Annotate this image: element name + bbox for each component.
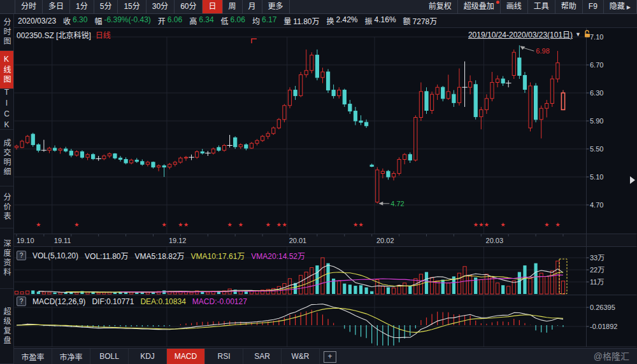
- field-value: 6.06: [168, 15, 182, 26]
- symbol-title: 002350.SZ [北京科锐]: [17, 29, 91, 40]
- svg-text:20.03: 20.03: [486, 237, 504, 244]
- expand-handle-icon[interactable]: [630, 176, 635, 184]
- svg-text:★: ★: [238, 221, 243, 228]
- svg-text:7.10: 7.10: [590, 33, 603, 41]
- svg-text:★: ★: [183, 221, 189, 228]
- toolbar-menu-超级叠加[interactable]: 超级叠加: [458, 0, 501, 13]
- toolbar-tabs: 分时多日1分5分15分30分60分日周月更多: [15, 0, 290, 13]
- quote-field-振: 振4.16%: [365, 15, 396, 26]
- svg-text:★: ★: [74, 221, 79, 228]
- svg-text:6.70: 6.70: [590, 61, 603, 69]
- macd-indicator-header: ? MACD(12,26,9) DIF:0.10771 DEA:0.10834 …: [17, 297, 247, 306]
- field-value: 6.30: [73, 15, 87, 26]
- quote-field-高: 高6.34: [189, 15, 213, 26]
- quote-field-收: 收6.30: [63, 15, 87, 26]
- date-range-label[interactable]: 2019/10/24-2020/03/23(101日): [468, 29, 573, 39]
- svg-text:5.10: 5.10: [590, 173, 603, 181]
- sidebar-item-深度资料[interactable]: 深度资料: [0, 228, 13, 289]
- menu-label: F9: [589, 2, 598, 11]
- quote-field-低: 低6.06: [221, 15, 245, 26]
- sidebar-item-TICK[interactable]: TICK: [0, 89, 13, 130]
- svg-text:★: ★: [178, 221, 183, 228]
- vol-value: VOL:11.80万: [85, 250, 129, 261]
- svg-text:★: ★: [276, 221, 282, 228]
- indicator-tab-MACD[interactable]: MACD: [167, 349, 205, 364]
- arrow-right-icon: ▶: [627, 4, 631, 10]
- toolbar-tab-月[interactable]: 月: [243, 0, 262, 13]
- toolbar: 分时多日1分5分15分30分60分日周月更多 前复权超级叠加画线工具帮助F9隐藏…: [0, 0, 637, 14]
- toolbar-menu-F9[interactable]: F9: [583, 0, 604, 13]
- svg-text:4.72: 4.72: [390, 200, 404, 207]
- toolbar-menu-画线[interactable]: 画线: [501, 0, 528, 13]
- svg-text:-0.01892: -0.01892: [590, 323, 617, 330]
- indicator-tab-W&R[interactable]: W&R: [282, 349, 320, 364]
- quote-field-换: 换2.42%: [326, 15, 357, 26]
- toolbar-tab-日[interactable]: 日: [203, 0, 222, 13]
- field-label: 低: [221, 15, 229, 26]
- quote-field-均: 均6.17: [252, 15, 276, 26]
- field-label: 振: [365, 15, 373, 26]
- toolbar-menu-前复权[interactable]: 前复权: [423, 0, 458, 13]
- chevron-down-icon[interactable]: ▼: [575, 31, 581, 38]
- indicator-tab-市盈率[interactable]: 市盈率: [14, 349, 52, 364]
- field-value: 2.42%: [336, 15, 358, 26]
- add-indicator-button[interactable]: +: [324, 351, 336, 363]
- menu-label: 画线: [506, 2, 522, 11]
- toolbar-tab-30分[interactable]: 30分: [147, 0, 175, 13]
- svg-text:★: ★: [473, 221, 478, 228]
- field-value: -6.39%(-0.43): [104, 15, 150, 26]
- svg-text:33万: 33万: [590, 254, 605, 262]
- svg-text:19.12: 19.12: [169, 237, 187, 244]
- svg-text:0.26395: 0.26395: [590, 304, 615, 311]
- period-label: 日线: [96, 29, 111, 40]
- menu-label: 帮助: [561, 2, 576, 11]
- watermark: @格隆汇: [594, 349, 637, 364]
- svg-text:20.02: 20.02: [376, 237, 394, 244]
- svg-text:★: ★: [359, 221, 364, 228]
- field-value: 11.80万: [293, 15, 319, 26]
- indicator-tab-RSI[interactable]: RSI: [205, 349, 243, 364]
- help-icon[interactable]: ?: [17, 297, 26, 306]
- dif-value: DIF:0.10771: [92, 297, 134, 306]
- field-value: 7278万: [413, 15, 438, 26]
- unlock-icon[interactable]: [583, 30, 591, 38]
- toolbar-tab-周[interactable]: 周: [223, 0, 243, 13]
- quote-field-额: 额7278万: [403, 15, 438, 26]
- sidebar-item-K线图[interactable]: K线图: [0, 51, 13, 89]
- indicator-tab-BOLL[interactable]: BOLL: [90, 349, 129, 364]
- sidebar-item-超级复盘[interactable]: 超级复盘: [0, 289, 13, 364]
- toolbar-menu-隐藏[interactable]: 隐藏▶: [604, 0, 637, 13]
- menu-label: 超级叠加: [464, 2, 494, 11]
- indicator-tab-KDJ[interactable]: KDJ: [129, 349, 167, 364]
- svg-text:4.70: 4.70: [590, 201, 603, 209]
- svg-text:★: ★: [555, 221, 560, 228]
- sidebar-item-分时图[interactable]: 分时图: [0, 14, 13, 51]
- sidebar: 分时图K线图TICK成交明细分价表深度资料超级复盘: [0, 14, 14, 364]
- toolbar-tab-多日[interactable]: 多日: [43, 0, 70, 13]
- toolbar-tab-15分[interactable]: 15分: [118, 0, 146, 13]
- sidebar-item-分价表[interactable]: 分价表: [0, 186, 13, 228]
- svg-text:5.50: 5.50: [590, 145, 603, 153]
- sidebar-item-成交明细[interactable]: 成交明细: [0, 130, 13, 186]
- toolbar-menu-工具[interactable]: 工具: [528, 0, 555, 13]
- toolbar-tab-分时[interactable]: 分时: [15, 0, 43, 13]
- toolbar-tab-1分[interactable]: 1分: [70, 0, 94, 13]
- indicator-tab-SAR[interactable]: SAR: [243, 349, 282, 364]
- toolbar-tab-60分[interactable]: 60分: [175, 0, 203, 13]
- app-window: 分时多日1分5分15分30分60分日周月更多 前复权超级叠加画线工具帮助F9隐藏…: [0, 0, 637, 364]
- quote-field-开: 开6.06: [158, 15, 182, 26]
- date-range[interactable]: 2019/10/24-2020/03/23(101日) ▼: [468, 29, 591, 39]
- svg-text:★: ★: [478, 221, 483, 228]
- svg-text:★: ★: [353, 221, 358, 228]
- svg-text:11万: 11万: [590, 278, 604, 286]
- indicator-tab-市净率[interactable]: 市净率: [52, 349, 90, 364]
- field-label: 额: [403, 15, 411, 26]
- volume-indicator-header: ? VOL(5,10,20) VOL:11.80万 VMA5:18.82万 VM…: [17, 250, 305, 261]
- quote-date: 2020/03/23: [18, 17, 56, 25]
- toolbar-tab-更多[interactable]: 更多: [262, 0, 290, 13]
- toolbar-tab-5分[interactable]: 5分: [94, 0, 118, 13]
- toolbar-menu-帮助[interactable]: 帮助: [555, 0, 583, 13]
- svg-text:★: ★: [501, 221, 506, 228]
- menu-label: 前复权: [429, 2, 452, 11]
- help-icon[interactable]: ?: [17, 251, 26, 260]
